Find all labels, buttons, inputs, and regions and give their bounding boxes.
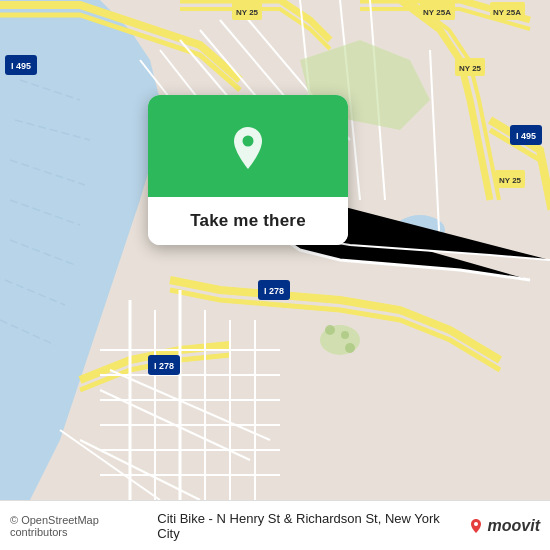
svg-text:NY 25: NY 25 (236, 8, 259, 17)
svg-point-57 (341, 331, 349, 339)
map-container: I 495 NY 25 NY 25A NY 25A NY 25 NY 25 I … (0, 0, 550, 500)
popup-card: Take me there (148, 95, 348, 245)
svg-text:NY 25: NY 25 (499, 176, 522, 185)
svg-point-60 (474, 522, 478, 526)
svg-point-56 (325, 325, 335, 335)
bottom-right: Citi Bike - N Henry St & Richardson St, … (157, 511, 540, 541)
svg-text:I 278: I 278 (264, 286, 284, 296)
svg-text:NY 25: NY 25 (459, 64, 482, 73)
svg-text:I 495: I 495 (11, 61, 31, 71)
svg-point-58 (345, 343, 355, 353)
moovit-logo: moovit (467, 517, 540, 535)
moovit-label: moovit (488, 517, 540, 535)
map-svg: I 495 NY 25 NY 25A NY 25A NY 25 NY 25 I … (0, 0, 550, 500)
bottom-bar: © OpenStreetMap contributors Citi Bike -… (0, 500, 550, 550)
svg-text:I 278: I 278 (154, 361, 174, 371)
location-title: Citi Bike - N Henry St & Richardson St, … (157, 511, 460, 541)
svg-point-59 (243, 136, 254, 147)
svg-text:NY 25A: NY 25A (493, 8, 521, 17)
location-pin-icon (222, 123, 274, 175)
svg-text:NY 25A: NY 25A (423, 8, 451, 17)
popup-green-area (148, 95, 348, 197)
svg-text:I 495: I 495 (516, 131, 536, 141)
take-me-there-button[interactable]: Take me there (148, 197, 348, 245)
moovit-pin-icon (467, 517, 485, 535)
map-attribution: © OpenStreetMap contributors (10, 514, 157, 538)
